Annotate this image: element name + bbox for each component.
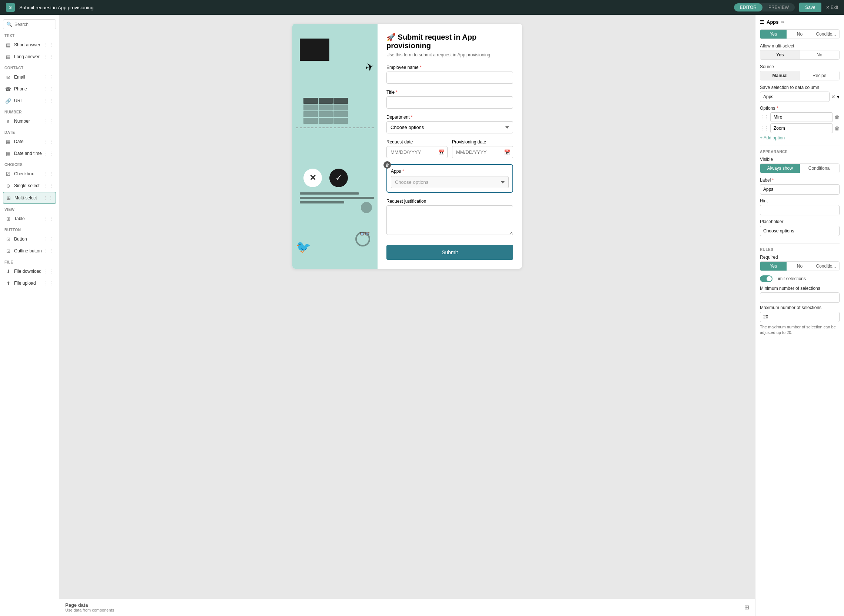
visible-label: Visible (760, 157, 840, 162)
sidebar-item-single-select[interactable]: ⊙ Single-select ⋮⋮ (3, 180, 56, 191)
sidebar-item-email[interactable]: ✉ Email ⋮⋮ (3, 72, 56, 83)
sidebar-item-label: Email (14, 75, 25, 80)
save-selection-select[interactable]: Apps (760, 92, 829, 102)
option-input-miro[interactable] (770, 112, 833, 122)
drag-handle-icon: ⋮⋮ (43, 139, 54, 145)
title-input[interactable] (387, 96, 513, 109)
search-input[interactable] (15, 22, 53, 27)
editor-mode-button[interactable]: EDITOR (734, 3, 762, 12)
save-selection-label: Save selection to data column (760, 85, 840, 90)
field-action-icon[interactable]: 🗑 (384, 161, 391, 169)
url-icon: 🔗 (5, 98, 11, 104)
sidebar-item-file-download[interactable]: ⬇ File download ⋮⋮ (3, 266, 56, 277)
topbar-title: Submit request in App provisioning (19, 5, 730, 10)
form-illustration: ✈ (292, 24, 378, 269)
drag-handle-icon: ⋮⋮ (43, 236, 54, 242)
visible-yes-button[interactable]: Yes (760, 30, 787, 38)
limit-selections-switch[interactable] (760, 276, 772, 282)
exit-button[interactable]: ✕ Exit (826, 5, 838, 10)
date-time-icon: ▦ (5, 151, 11, 156)
label-input[interactable] (760, 184, 840, 195)
multi-select-no-button[interactable]: No (800, 50, 840, 59)
sidebar-item-label: Number (14, 119, 30, 124)
conditional-button[interactable]: Conditional (800, 164, 840, 173)
department-select[interactable]: Choose options (387, 121, 513, 133)
sidebar-item-label: Short answer (14, 42, 40, 47)
preview-mode-button[interactable]: PREVIEW (762, 3, 795, 12)
sidebar-item-table[interactable]: ⊞ Table ⋮⋮ (3, 213, 56, 224)
placeholder-label: Placeholder (760, 219, 840, 224)
save-selection-clear-button[interactable]: ✕ (831, 94, 835, 100)
placeholder-input[interactable] (760, 226, 840, 236)
page-data-expand-icon[interactable]: ⊞ (744, 604, 749, 611)
sidebar-item-checkbox[interactable]: ☑ Checkbox ⋮⋮ (3, 168, 56, 179)
source-manual-button[interactable]: Manual (760, 71, 800, 80)
left-sidebar: 🔍 TEXT ▤ Short answer ⋮⋮ ▤ Long answer ⋮… (0, 15, 59, 616)
section-label-number: NUMBER (4, 110, 56, 114)
required-yes-button[interactable]: Yes (760, 262, 787, 271)
source-recipe-button[interactable]: Recipe (800, 71, 840, 80)
outline-button-icon: ⊡ (5, 248, 11, 254)
long-answer-icon: ▤ (5, 54, 11, 60)
sidebar-item-url[interactable]: 🔗 URL ⋮⋮ (3, 95, 56, 106)
sidebar-item-file-upload[interactable]: ⬆ File upload ⋮⋮ (3, 277, 56, 289)
hint-input[interactable] (760, 205, 840, 216)
section-label-text: TEXT (4, 34, 56, 38)
sidebar-item-number[interactable]: # Number ⋮⋮ (3, 116, 56, 127)
panel-edit-icon[interactable]: ✏ (781, 20, 785, 25)
sidebar-item-multi-select[interactable]: ⊞ Multi-select ⋮⋮ (3, 192, 56, 204)
required-no-button[interactable]: No (787, 262, 813, 271)
topbar: S Submit request in App provisioning EDI… (0, 0, 844, 15)
apps-select[interactable]: Choose options (391, 176, 509, 188)
save-button[interactable]: Save (799, 3, 821, 12)
sidebar-item-outline-button[interactable]: ⊡ Outline button ⋮⋮ (3, 245, 56, 257)
sidebar-item-long-answer[interactable]: ▤ Long answer ⋮⋮ (3, 51, 56, 62)
submit-button[interactable]: Submit (387, 245, 513, 260)
provisioning-date-label: Provisioning date (452, 139, 513, 145)
dates-row: Request date 📅 Provisioning date 📅 (387, 139, 513, 164)
panel-divider (760, 146, 840, 146)
visible-conditional-button[interactable]: Conditio... (813, 30, 839, 38)
sidebar-item-short-answer[interactable]: ▤ Short answer ⋮⋮ (3, 39, 56, 50)
limit-selections-toggle: Limit selections (760, 276, 840, 282)
sidebar-item-button[interactable]: ⊡ Button ⋮⋮ (3, 233, 56, 245)
employee-name-input[interactable] (387, 72, 513, 84)
add-option-button[interactable]: + Add option (760, 135, 785, 141)
required-star: * (411, 114, 413, 120)
max-selections-input[interactable] (760, 312, 840, 322)
page-data-bar[interactable]: Page data Use data from components ⊞ (59, 598, 755, 616)
required-star: * (420, 65, 422, 70)
drag-handle-icon: ⋮⋮ (43, 248, 54, 254)
request-justification-textarea[interactable] (387, 205, 513, 235)
option-drag-handle[interactable]: ⋮⋮ (760, 114, 769, 120)
option-row-miro: ⋮⋮ 🗑 (760, 112, 840, 122)
apps-field: 🗑 Apps * Choose options (387, 164, 513, 193)
option-input-zoom[interactable] (770, 123, 833, 133)
hint-label: Hint (760, 198, 840, 204)
rules-section-label: RULES (760, 248, 840, 252)
request-date-label: Request date (387, 139, 448, 145)
multi-select-yes-button[interactable]: Yes (760, 50, 800, 59)
visible-no-button[interactable]: No (787, 30, 813, 38)
drag-handle-icon: ⋮⋮ (43, 118, 54, 124)
sidebar-item-date[interactable]: ▦ Date ⋮⋮ (3, 136, 56, 147)
sidebar-item-date-time[interactable]: ▦ Date and time ⋮⋮ (3, 148, 56, 159)
option-drag-handle[interactable]: ⋮⋮ (760, 126, 769, 131)
option-delete-zoom-button[interactable]: 🗑 (834, 125, 840, 131)
search-icon: 🔍 (6, 22, 12, 27)
page-data-content: Page data Use data from components (65, 602, 114, 612)
always-show-button[interactable]: Always show (760, 164, 800, 173)
provisioning-date-group: Provisioning date 📅 (452, 139, 513, 158)
multi-select-toggle: Yes No (760, 50, 840, 60)
required-conditional-button[interactable]: Conditio... (813, 262, 839, 271)
max-selections-label: Maximum number of selections (760, 305, 840, 310)
sidebar-item-label: Phone (14, 87, 27, 92)
sidebar-item-phone[interactable]: ☎ Phone ⋮⋮ (3, 84, 56, 94)
section-label-choices: CHOICES (4, 163, 56, 167)
option-delete-miro-button[interactable]: 🗑 (834, 114, 840, 120)
sidebar-item-label: Date and time (14, 151, 42, 156)
min-selections-input[interactable] (760, 292, 840, 303)
right-panel: ☰ Apps ✏ Yes No Conditio... Allow multi-… (755, 15, 844, 616)
center-canvas: ✈ (59, 15, 755, 616)
search-box[interactable]: 🔍 (3, 19, 56, 29)
